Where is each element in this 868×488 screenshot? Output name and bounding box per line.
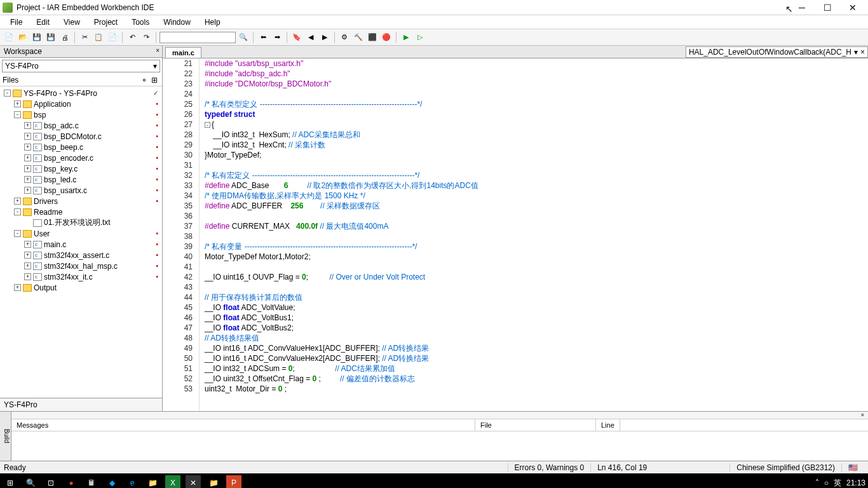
- find-button[interactable]: 🔍: [237, 31, 250, 44]
- compile-button[interactable]: ⚙: [338, 31, 351, 44]
- print-button[interactable]: 🖨: [58, 31, 71, 44]
- tree-row[interactable]: +bsp_adc.c•: [0, 120, 162, 131]
- nav-back-button[interactable]: ⬅: [257, 31, 269, 44]
- tree-row[interactable]: +bsp_led.c•: [0, 174, 162, 185]
- tree-row[interactable]: -YS-F4Pro - YS-F4Pro✓: [0, 88, 162, 98]
- cut-button[interactable]: ✂: [78, 31, 91, 44]
- expand-icon[interactable]: -: [14, 208, 21, 215]
- close-button[interactable]: ✕: [840, 0, 865, 15]
- bookmark-prev-button[interactable]: ◀: [304, 31, 317, 44]
- expand-icon[interactable]: +: [24, 154, 31, 161]
- expand-icon[interactable]: +: [24, 165, 31, 172]
- expand-icon[interactable]: +: [24, 176, 31, 183]
- tree-row[interactable]: +stm32f4xx_it.c•: [0, 271, 162, 282]
- build-close-button[interactable]: ×: [11, 412, 868, 419]
- tree-row[interactable]: +stm32f4xx_assert.c•: [0, 250, 162, 261]
- menu-view[interactable]: View: [57, 17, 86, 28]
- tree-row[interactable]: +Application•: [0, 98, 162, 109]
- expand-icon[interactable]: +: [24, 133, 31, 140]
- expand-icon[interactable]: +: [14, 100, 21, 107]
- tree-row[interactable]: 01.开发环境说明.txt: [0, 217, 162, 228]
- build-col-messages[interactable]: Messages: [11, 419, 475, 431]
- taskbar-explorer[interactable]: 📁: [145, 475, 160, 488]
- task-view-button[interactable]: ⊡: [43, 475, 58, 488]
- taskbar-app-5[interactable]: 📁: [206, 475, 221, 488]
- open-button[interactable]: 📂: [17, 31, 29, 44]
- function-combo[interactable]: HAL_ADC_LevelOutOfWindowCallback(ADC_H ▾…: [686, 46, 868, 58]
- menu-project[interactable]: Project: [88, 17, 124, 28]
- system-tray[interactable]: ˄ ○ 英 21:13: [815, 478, 865, 489]
- make-button[interactable]: 🔨: [352, 31, 365, 44]
- tree-row[interactable]: +main.c•: [0, 239, 162, 250]
- nav-fwd-button[interactable]: ➡: [271, 31, 283, 44]
- tree-row[interactable]: +bsp_encoder.c•: [0, 152, 162, 163]
- ime-indicator[interactable]: 英: [834, 478, 841, 489]
- tree-row[interactable]: +bsp_beep.c•: [0, 142, 162, 152]
- tree-row[interactable]: -Readme: [0, 207, 162, 217]
- debug-no-dl-button[interactable]: ▷: [414, 31, 426, 44]
- expand-icon[interactable]: -: [4, 90, 11, 97]
- taskbar-ppt[interactable]: P: [226, 475, 241, 488]
- tree-row[interactable]: -bsp•: [0, 109, 162, 120]
- expand-icon[interactable]: +: [14, 198, 21, 205]
- menu-file[interactable]: File: [4, 17, 29, 28]
- bookmark-next-button[interactable]: ▶: [318, 31, 331, 44]
- build-col-line[interactable]: Line: [596, 419, 620, 431]
- expand-icon[interactable]: +: [24, 273, 31, 280]
- expand-icon[interactable]: +: [24, 144, 31, 151]
- debug-button[interactable]: ▶: [400, 31, 412, 44]
- undo-button[interactable]: ↶: [126, 31, 139, 44]
- tree-row[interactable]: -User•: [0, 228, 162, 239]
- tree-row[interactable]: +bsp_key.c•: [0, 163, 162, 174]
- expand-icon[interactable]: +: [14, 284, 21, 291]
- file-tree[interactable]: -YS-F4Pro - YS-F4Pro✓+Application•-bsp•+…: [0, 86, 162, 398]
- maximize-button[interactable]: ☐: [815, 0, 840, 15]
- expand-icon[interactable]: +: [24, 187, 31, 194]
- editor-tab-main[interactable]: main.c: [165, 47, 201, 58]
- start-button[interactable]: ⊞: [3, 475, 18, 488]
- build-side-tab[interactable]: Build: [0, 412, 11, 461]
- search-button[interactable]: 🔍: [23, 475, 38, 488]
- tree-row[interactable]: +Output: [0, 282, 162, 293]
- taskbar-app-4[interactable]: X: [165, 475, 180, 488]
- tray-chevron-icon[interactable]: ˄: [815, 478, 819, 487]
- menu-help[interactable]: Help: [198, 17, 227, 28]
- taskbar-iar[interactable]: ✕: [186, 475, 201, 488]
- workspace-close-button[interactable]: ×: [156, 47, 159, 54]
- menu-tools[interactable]: Tools: [125, 17, 156, 28]
- toggle-bp-button[interactable]: 🔴: [380, 31, 393, 44]
- copy-button[interactable]: 📋: [92, 31, 105, 44]
- redo-button[interactable]: ↷: [140, 31, 153, 44]
- build-col-file[interactable]: File: [475, 419, 596, 431]
- minimize-button[interactable]: ─: [789, 0, 815, 15]
- expand-icon[interactable]: -: [14, 230, 21, 237]
- paste-button[interactable]: 📄: [106, 31, 119, 44]
- code-editor[interactable]: 2122232425262728293031323334353637383940…: [163, 58, 868, 411]
- workspace-bottom-tab[interactable]: YS-F4Pro: [0, 398, 162, 411]
- clock[interactable]: 21:13: [846, 478, 865, 487]
- taskbar-app-3[interactable]: ◆: [104, 475, 119, 488]
- menu-window[interactable]: Window: [157, 17, 197, 28]
- new-button[interactable]: 📄: [3, 31, 15, 44]
- taskbar-app-2[interactable]: 🖩: [84, 475, 99, 488]
- expand-icon[interactable]: -: [14, 111, 21, 118]
- stop-build-button[interactable]: ⬛: [366, 31, 379, 44]
- expand-icon[interactable]: +: [24, 122, 31, 129]
- tree-row[interactable]: +bsp_BDCMotor.c•: [0, 131, 162, 142]
- find-combo[interactable]: [159, 32, 236, 43]
- save-button[interactable]: 💾: [31, 31, 43, 44]
- bookmark-toggle-button[interactable]: 🔖: [290, 31, 303, 44]
- expand-icon[interactable]: +: [24, 252, 31, 259]
- expand-icon[interactable]: +: [24, 241, 31, 248]
- save-all-button[interactable]: 💾: [44, 31, 57, 44]
- tree-row[interactable]: +Drivers•: [0, 196, 162, 207]
- code-content[interactable]: #include "usart/bsp_usartx.h"#include "a…: [200, 58, 868, 411]
- taskbar-app-1[interactable]: ●: [64, 475, 79, 488]
- expand-icon[interactable]: +: [24, 262, 31, 269]
- tree-row[interactable]: +bsp_usartx.c•: [0, 185, 162, 196]
- menu-edit[interactable]: Edit: [30, 17, 56, 28]
- tree-row[interactable]: +stm32f4xx_hal_msp.c•: [0, 261, 162, 271]
- close-icon[interactable]: ×: [860, 48, 865, 57]
- config-combo[interactable]: YS-F4Pro▾: [2, 60, 160, 72]
- taskbar-edge[interactable]: e: [125, 475, 140, 488]
